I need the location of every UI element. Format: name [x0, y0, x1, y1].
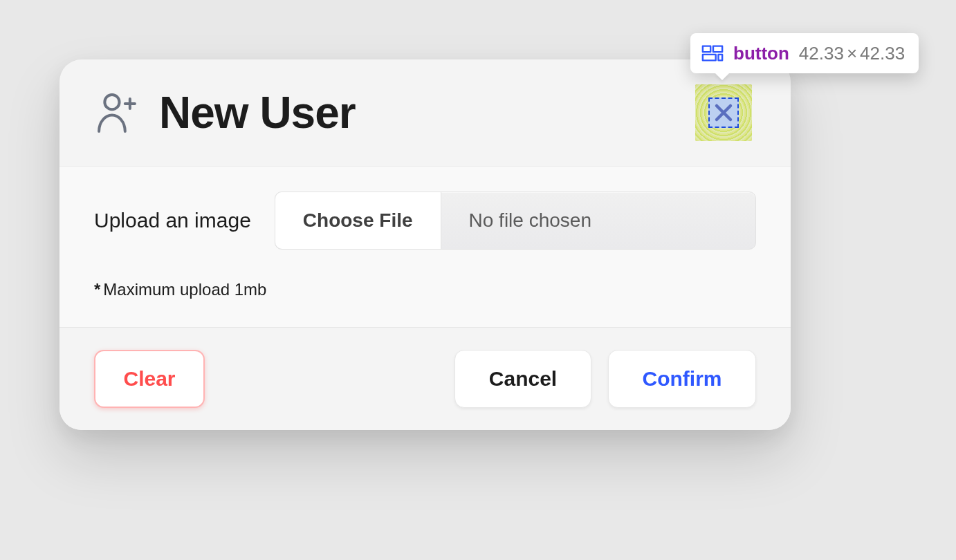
- cancel-button[interactable]: Cancel: [454, 350, 591, 408]
- upload-hint: *Maximum upload 1mb: [94, 280, 756, 299]
- upload-label: Upload an image: [94, 209, 251, 232]
- choose-file-button[interactable]: Choose File: [275, 192, 441, 249]
- file-status: No file chosen: [441, 192, 619, 249]
- modal-body: Upload an image Choose File No file chos…: [59, 166, 791, 327]
- svg-point-4: [104, 95, 119, 109]
- flex-container-icon: [701, 44, 724, 62]
- new-user-modal: New User Upload an image Choose File No …: [59, 59, 791, 430]
- close-button[interactable]: [695, 84, 752, 141]
- file-input[interactable]: Choose File No file chosen: [275, 192, 756, 250]
- devtools-element-tooltip: button 42.33×42.33: [690, 33, 919, 73]
- tooltip-element-name: button: [733, 43, 789, 64]
- svg-rect-3: [718, 55, 722, 60]
- modal-header: New User: [59, 59, 791, 166]
- modal-footer: Clear Cancel Confirm: [59, 327, 791, 430]
- close-icon: [708, 97, 739, 128]
- modal-title: New User: [159, 87, 356, 138]
- tooltip-dimensions: 42.33×42.33: [799, 43, 905, 64]
- svg-rect-0: [703, 46, 710, 52]
- clear-button[interactable]: Clear: [94, 350, 205, 408]
- confirm-button[interactable]: Confirm: [608, 350, 756, 408]
- svg-rect-2: [703, 55, 716, 60]
- upload-row: Upload an image Choose File No file chos…: [94, 192, 756, 250]
- user-plus-icon: [94, 92, 140, 133]
- svg-rect-1: [713, 46, 722, 52]
